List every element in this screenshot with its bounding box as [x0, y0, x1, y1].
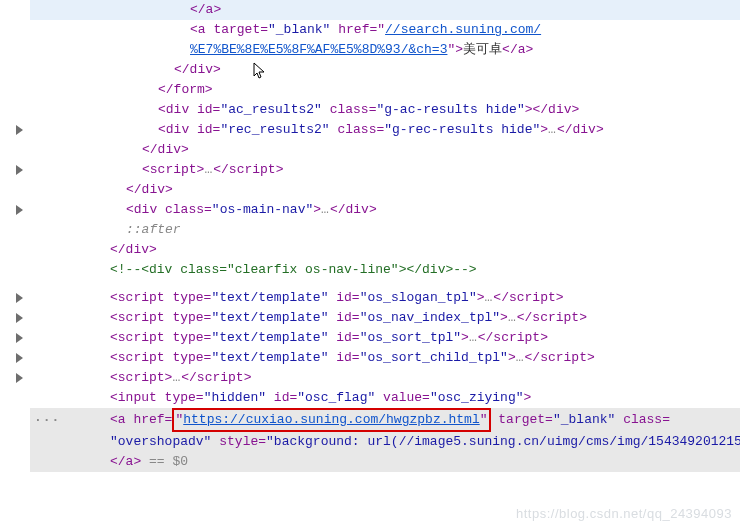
pseudo-element: ::after — [126, 222, 181, 237]
blank-line — [30, 280, 740, 288]
code-line[interactable]: <script>…</script> — [30, 368, 740, 388]
code-line[interactable]: %E7%BE%8E%E5%8F%AF%E5%8D%93/&ch=3">美可卓</… — [30, 40, 740, 60]
code-line[interactable]: </div> — [30, 180, 740, 200]
dollar-zero-marker: == $0 — [141, 454, 188, 469]
code-line[interactable]: <script type="text/template" id="os_sort… — [30, 348, 740, 368]
expand-triangle-icon[interactable] — [16, 125, 23, 135]
code-line[interactable]: <script>…</script> — [30, 160, 740, 180]
watermark-text: https://blog.csdn.net/qq_24394093 — [516, 504, 732, 524]
href-link[interactable]: //search.suning.com/ — [385, 22, 541, 37]
code-line[interactable]: </div> — [30, 60, 740, 80]
code-line[interactable]: </a> — [30, 0, 740, 20]
expand-triangle-icon[interactable] — [16, 313, 23, 323]
gutter-ellipsis-icon: ... — [34, 408, 60, 428]
href-link[interactable]: https://cuxiao.suning.com/hwgzpbz.html — [183, 412, 479, 427]
code-line[interactable]: </div> — [30, 240, 740, 260]
expand-triangle-icon[interactable] — [16, 293, 23, 303]
selected-code-line[interactable]: ...<a href="https://cuxiao.suning.com/hw… — [30, 408, 740, 432]
expand-triangle-icon[interactable] — [16, 165, 23, 175]
code-line[interactable]: </div> — [30, 140, 740, 160]
code-line[interactable]: <a target="_blank" href="//search.suning… — [30, 20, 740, 40]
code-line[interactable]: <div class="os-main-nav">…</div> — [30, 200, 740, 220]
code-line[interactable]: <div id="rec_results2" class="g-rec-resu… — [30, 120, 740, 140]
html-comment: <!--<div class="clearfix os-nav-line"></… — [110, 262, 477, 277]
expand-triangle-icon[interactable] — [16, 353, 23, 363]
expand-triangle-icon[interactable] — [16, 373, 23, 383]
code-line[interactable]: <script type="text/template" id="os_nav_… — [30, 308, 740, 328]
expand-triangle-icon[interactable] — [16, 205, 23, 215]
code-line[interactable]: ::after — [30, 220, 740, 240]
selected-code-line[interactable]: </a> == $0 — [30, 452, 740, 472]
expand-triangle-icon[interactable] — [16, 333, 23, 343]
code-line[interactable]: </form> — [30, 80, 740, 100]
code-line[interactable]: <script type="text/template" id="os_sort… — [30, 328, 740, 348]
code-line[interactable]: <script type="text/template" id="os_slog… — [30, 288, 740, 308]
selected-code-line[interactable]: "overshopadv" style="background: url(//i… — [30, 432, 740, 452]
code-line[interactable]: <!--<div class="clearfix os-nav-line"></… — [30, 260, 740, 280]
code-line[interactable]: <div id="ac_results2" class="g-ac-result… — [30, 100, 740, 120]
highlighted-url-box: "https://cuxiao.suning.com/hwgzpbz.html" — [172, 408, 490, 432]
mouse-cursor-icon — [253, 62, 267, 80]
code-line[interactable]: <input type="hidden" id="osc_flag" value… — [30, 388, 740, 408]
href-link[interactable]: %E7%BE%8E%E5%8F%AF%E5%8D%93/&ch=3 — [190, 42, 447, 57]
